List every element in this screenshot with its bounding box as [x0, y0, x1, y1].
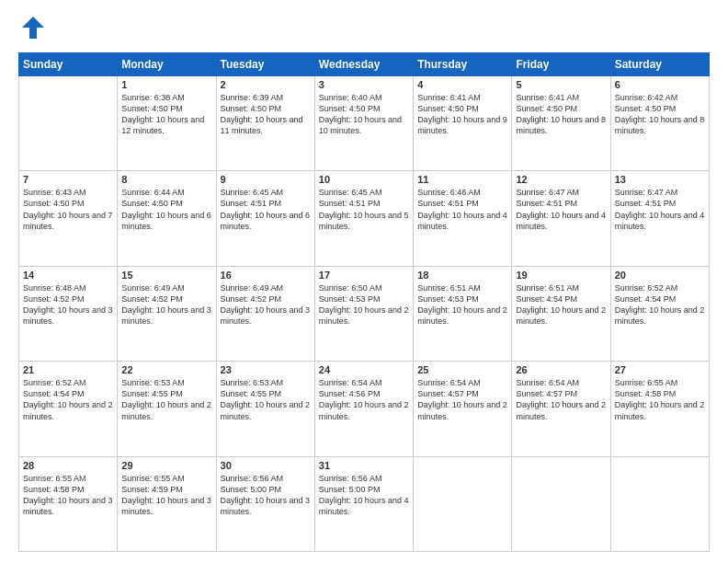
day-number: 29: [121, 460, 211, 471]
day-info: Sunrise: 6:41 AMSunset: 4:50 PMDaylight:…: [516, 92, 606, 137]
calendar-week-row: 7Sunrise: 6:43 AMSunset: 4:50 PMDaylight…: [19, 171, 710, 266]
day-number: 19: [516, 270, 606, 281]
day-number: 25: [417, 364, 507, 375]
day-header-wednesday: Wednesday: [314, 52, 413, 75]
day-header-thursday: Thursday: [414, 52, 512, 75]
day-header-tuesday: Tuesday: [216, 52, 314, 75]
day-info: Sunrise: 6:47 AMSunset: 4:51 PMDaylight:…: [615, 187, 705, 232]
day-info: Sunrise: 6:54 AMSunset: 4:56 PMDaylight:…: [319, 377, 409, 422]
day-info: Sunrise: 6:52 AMSunset: 4:54 PMDaylight:…: [23, 377, 113, 422]
calendar-cell: 2Sunrise: 6:39 AMSunset: 4:50 PMDaylight…: [216, 75, 314, 170]
calendar-cell: 22Sunrise: 6:53 AMSunset: 4:55 PMDayligh…: [118, 362, 216, 456]
calendar-cell: 7Sunrise: 6:43 AMSunset: 4:50 PMDaylight…: [19, 171, 118, 266]
day-number: 31: [319, 460, 409, 471]
calendar-cell: 11Sunrise: 6:46 AMSunset: 4:51 PMDayligh…: [414, 171, 512, 266]
day-number: 10: [319, 174, 409, 185]
day-header-saturday: Saturday: [610, 52, 709, 75]
calendar-cell: 19Sunrise: 6:51 AMSunset: 4:54 PMDayligh…: [512, 266, 610, 361]
day-number: 5: [516, 79, 606, 90]
day-number: 14: [23, 270, 113, 281]
day-info: Sunrise: 6:40 AMSunset: 4:50 PMDaylight:…: [319, 92, 409, 137]
calendar-cell: 31Sunrise: 6:56 AMSunset: 5:00 PMDayligh…: [314, 456, 413, 551]
day-info: Sunrise: 6:55 AMSunset: 4:59 PMDaylight:…: [121, 473, 211, 518]
header: [18, 15, 710, 45]
calendar-cell: 28Sunrise: 6:55 AMSunset: 4:58 PMDayligh…: [19, 456, 118, 551]
calendar-cell: 18Sunrise: 6:51 AMSunset: 4:53 PMDayligh…: [414, 266, 512, 361]
day-info: Sunrise: 6:56 AMSunset: 5:00 PMDaylight:…: [221, 473, 311, 518]
day-number: 9: [221, 174, 311, 185]
day-info: Sunrise: 6:54 AMSunset: 4:57 PMDaylight:…: [516, 377, 606, 422]
calendar-cell: 8Sunrise: 6:44 AMSunset: 4:50 PMDaylight…: [118, 171, 216, 266]
calendar-cell: 20Sunrise: 6:52 AMSunset: 4:54 PMDayligh…: [610, 266, 709, 361]
day-number: 16: [221, 270, 311, 281]
day-number: 30: [221, 460, 311, 471]
day-number: 11: [417, 174, 507, 185]
day-info: Sunrise: 6:52 AMSunset: 4:54 PMDaylight:…: [615, 282, 705, 327]
day-number: 13: [615, 174, 705, 185]
day-header-sunday: Sunday: [19, 52, 118, 75]
day-info: Sunrise: 6:54 AMSunset: 4:57 PMDaylight:…: [417, 377, 507, 422]
calendar-cell: 29Sunrise: 6:55 AMSunset: 4:59 PMDayligh…: [118, 456, 216, 551]
day-info: Sunrise: 6:46 AMSunset: 4:51 PMDaylight:…: [417, 187, 507, 232]
day-info: Sunrise: 6:55 AMSunset: 4:58 PMDaylight:…: [615, 377, 705, 422]
day-number: 3: [319, 79, 409, 90]
day-number: 26: [516, 364, 606, 375]
day-number: 6: [615, 79, 705, 90]
calendar-cell: 26Sunrise: 6:54 AMSunset: 4:57 PMDayligh…: [512, 362, 610, 456]
day-number: 17: [319, 270, 409, 281]
day-info: Sunrise: 6:55 AMSunset: 4:58 PMDaylight:…: [23, 473, 113, 518]
day-info: Sunrise: 6:56 AMSunset: 5:00 PMDaylight:…: [319, 473, 409, 518]
calendar-cell: 5Sunrise: 6:41 AMSunset: 4:50 PMDaylight…: [512, 75, 610, 170]
day-number: 23: [221, 364, 311, 375]
day-number: 12: [516, 174, 606, 185]
logo: [18, 15, 46, 45]
calendar-cell: 15Sunrise: 6:49 AMSunset: 4:52 PMDayligh…: [118, 266, 216, 361]
calendar-cell: 14Sunrise: 6:48 AMSunset: 4:52 PMDayligh…: [19, 266, 118, 361]
calendar-table: SundayMondayTuesdayWednesdayThursdayFrid…: [18, 52, 710, 552]
logo-icon: [20, 15, 46, 40]
day-number: 2: [221, 79, 311, 90]
day-number: 15: [121, 270, 211, 281]
calendar-cell: 4Sunrise: 6:41 AMSunset: 4:50 PMDaylight…: [414, 75, 512, 170]
calendar-cell: 9Sunrise: 6:45 AMSunset: 4:51 PMDaylight…: [216, 171, 314, 266]
day-number: 21: [23, 364, 113, 375]
calendar-cell: 17Sunrise: 6:50 AMSunset: 4:53 PMDayligh…: [314, 266, 413, 361]
day-info: Sunrise: 6:45 AMSunset: 4:51 PMDaylight:…: [221, 187, 311, 232]
calendar-week-row: 28Sunrise: 6:55 AMSunset: 4:58 PMDayligh…: [19, 456, 710, 551]
day-info: Sunrise: 6:38 AMSunset: 4:50 PMDaylight:…: [121, 92, 211, 137]
day-header-monday: Monday: [118, 52, 216, 75]
calendar-header-row: SundayMondayTuesdayWednesdayThursdayFrid…: [19, 52, 710, 75]
day-number: 24: [319, 364, 409, 375]
calendar-cell: [19, 75, 118, 170]
calendar-cell: 6Sunrise: 6:42 AMSunset: 4:50 PMDaylight…: [610, 75, 709, 170]
day-number: 4: [417, 79, 507, 90]
day-info: Sunrise: 6:45 AMSunset: 4:51 PMDaylight:…: [319, 187, 409, 232]
calendar-cell: 13Sunrise: 6:47 AMSunset: 4:51 PMDayligh…: [610, 171, 709, 266]
day-info: Sunrise: 6:43 AMSunset: 4:50 PMDaylight:…: [23, 187, 113, 232]
day-info: Sunrise: 6:47 AMSunset: 4:51 PMDaylight:…: [516, 187, 606, 232]
calendar-cell: [610, 456, 709, 551]
day-info: Sunrise: 6:49 AMSunset: 4:52 PMDaylight:…: [221, 282, 311, 327]
calendar-cell: 21Sunrise: 6:52 AMSunset: 4:54 PMDayligh…: [19, 362, 118, 456]
calendar-cell: 24Sunrise: 6:54 AMSunset: 4:56 PMDayligh…: [314, 362, 413, 456]
calendar-cell: [414, 456, 512, 551]
calendar-cell: 3Sunrise: 6:40 AMSunset: 4:50 PMDaylight…: [314, 75, 413, 170]
calendar-cell: 16Sunrise: 6:49 AMSunset: 4:52 PMDayligh…: [216, 266, 314, 361]
day-info: Sunrise: 6:53 AMSunset: 4:55 PMDaylight:…: [221, 377, 311, 422]
day-number: 1: [121, 79, 211, 90]
day-number: 28: [23, 460, 113, 471]
day-info: Sunrise: 6:51 AMSunset: 4:53 PMDaylight:…: [417, 282, 507, 327]
svg-marker-0: [22, 17, 44, 39]
day-number: 20: [615, 270, 705, 281]
day-info: Sunrise: 6:53 AMSunset: 4:55 PMDaylight:…: [121, 377, 211, 422]
day-number: 22: [121, 364, 211, 375]
page: SundayMondayTuesdayWednesdayThursdayFrid…: [0, 0, 728, 563]
calendar-cell: [512, 456, 610, 551]
day-info: Sunrise: 6:39 AMSunset: 4:50 PMDaylight:…: [221, 92, 311, 137]
calendar-cell: 10Sunrise: 6:45 AMSunset: 4:51 PMDayligh…: [314, 171, 413, 266]
calendar-week-row: 21Sunrise: 6:52 AMSunset: 4:54 PMDayligh…: [19, 362, 710, 456]
calendar-week-row: 1Sunrise: 6:38 AMSunset: 4:50 PMDaylight…: [19, 75, 710, 170]
day-info: Sunrise: 6:44 AMSunset: 4:50 PMDaylight:…: [121, 187, 211, 232]
day-number: 7: [23, 174, 113, 185]
day-number: 8: [121, 174, 211, 185]
